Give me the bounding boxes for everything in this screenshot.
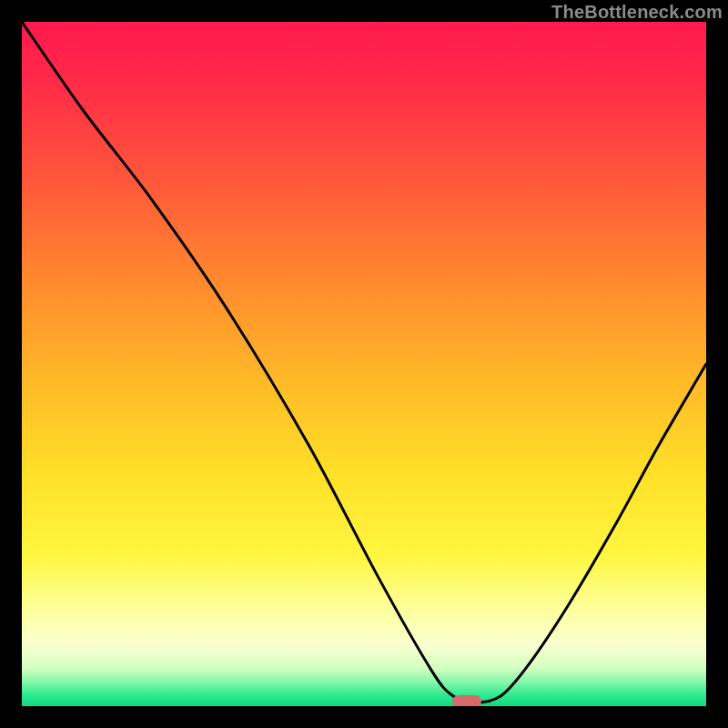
bottleneck-curve [22,22,706,706]
plot-area [22,22,706,706]
watermark-text: TheBottleneck.com [551,2,723,23]
optimal-marker [452,695,481,706]
chart-frame: TheBottleneck.com [0,0,728,728]
